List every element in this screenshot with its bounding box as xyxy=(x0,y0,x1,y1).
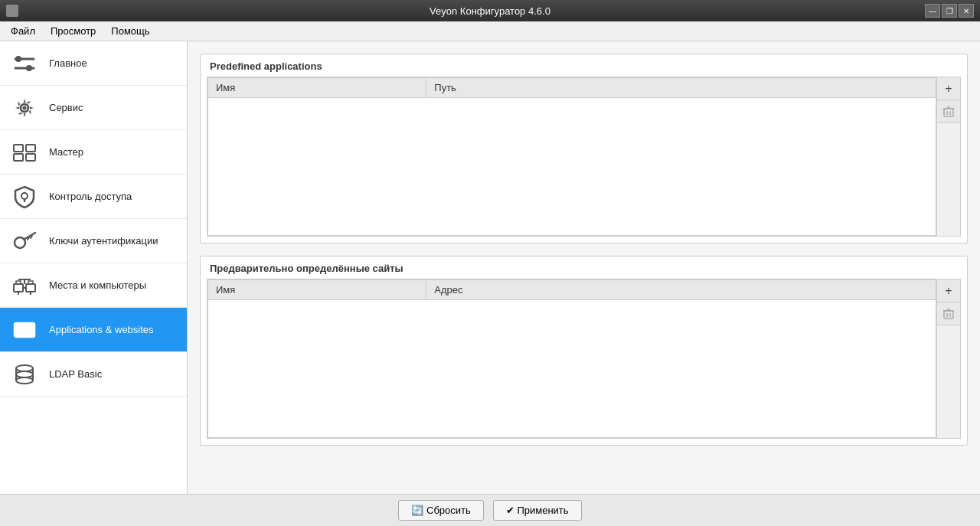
titlebar-left xyxy=(6,5,18,17)
section-title-apps: Predefined applications xyxy=(201,54,967,77)
close-button[interactable]: ✕ xyxy=(959,4,974,18)
apps-table-container: Имя Путь + xyxy=(207,77,961,237)
content-area: Predefined applications Имя Путь xyxy=(188,41,980,494)
apps-table-empty-cell xyxy=(208,98,936,236)
sites-table-empty-cell xyxy=(208,300,936,438)
svg-rect-38 xyxy=(944,109,953,116)
sites-table-empty-row xyxy=(208,300,936,438)
sidebar-item-access-control[interactable]: Контроль доступа xyxy=(0,175,187,219)
sidebar-item-master[interactable]: Мастер xyxy=(0,130,187,175)
sidebar-item-ldap[interactable]: LDAP Basic xyxy=(0,352,187,397)
service-icon xyxy=(11,94,38,122)
locations-icon xyxy=(11,272,38,299)
svg-point-29 xyxy=(21,324,23,326)
minimize-button[interactable]: — xyxy=(925,4,940,18)
sidebar-label-service: Сервис xyxy=(49,102,83,113)
svg-line-14 xyxy=(24,233,36,240)
svg-rect-8 xyxy=(14,154,23,161)
sidebar-item-locations[interactable]: Места и компьютеры xyxy=(0,263,187,308)
sites-col-name: Имя xyxy=(208,280,426,300)
apps-table-wrapper: Имя Путь xyxy=(207,77,936,236)
apps-delete-button[interactable] xyxy=(937,100,960,123)
svg-rect-18 xyxy=(16,281,21,284)
apply-button[interactable]: ✔ Применить xyxy=(493,500,582,521)
menubar: Файл Просмотр Помощь xyxy=(0,21,980,41)
sidebar-label-auth-keys: Ключи аутентификации xyxy=(49,235,158,247)
ldap-icon xyxy=(11,361,38,388)
menu-help[interactable]: Помощь xyxy=(103,22,157,40)
sites-table-body xyxy=(208,300,936,438)
titlebar-title: Veyon Конфигуратор 4.6.0 xyxy=(430,5,550,17)
shield-icon xyxy=(11,183,38,211)
restore-button[interactable]: ❐ xyxy=(942,4,957,18)
section-title-sites: Предварительно определённые сайты xyxy=(201,256,967,279)
master-icon xyxy=(11,139,38,166)
sidebar-item-service[interactable]: Сервис xyxy=(0,86,187,130)
svg-point-33 xyxy=(16,365,33,371)
apps-table-header-row: Имя Путь xyxy=(208,78,936,98)
svg-point-36 xyxy=(16,371,33,377)
svg-rect-43 xyxy=(944,311,953,319)
key-icon xyxy=(11,227,38,255)
apps-add-button[interactable]: + xyxy=(937,77,960,100)
sidebar-label-access-control: Контроль доступа xyxy=(49,191,132,202)
apps-icon xyxy=(11,316,38,344)
svg-rect-21 xyxy=(28,281,33,284)
reset-button[interactable]: 🔄 Сбросить xyxy=(398,500,483,521)
sidebar: Главное Сервис xyxy=(0,41,188,494)
app-icon xyxy=(6,5,18,17)
apps-table: Имя Путь xyxy=(207,77,936,236)
svg-rect-7 xyxy=(14,145,23,152)
svg-point-6 xyxy=(23,106,27,109)
menu-view[interactable]: Просмотр xyxy=(43,22,103,40)
titlebar-controls: — ❐ ✕ xyxy=(925,4,974,18)
sidebar-item-apps[interactable]: Applications & websites xyxy=(0,308,187,352)
svg-point-3 xyxy=(26,65,32,71)
titlebar: Veyon Конфигуратор 4.6.0 — ❐ ✕ xyxy=(0,0,980,21)
section-predefined-apps: Predefined applications Имя Путь xyxy=(200,54,968,243)
sidebar-item-main[interactable]: Главное xyxy=(0,41,187,86)
svg-point-37 xyxy=(16,377,33,384)
bottom-bar: 🔄 Сбросить ✔ Применить xyxy=(0,494,980,526)
svg-point-1 xyxy=(15,56,21,62)
svg-rect-9 xyxy=(26,145,35,152)
main-icon xyxy=(11,50,38,77)
sites-col-address: Адрес xyxy=(426,280,936,300)
apps-col-path: Путь xyxy=(426,78,936,98)
menu-file[interactable]: Файл xyxy=(3,22,43,40)
sites-table-container: Имя Адрес + xyxy=(207,279,961,439)
svg-point-11 xyxy=(21,193,28,199)
sidebar-item-auth-keys[interactable]: Ключи аутентификации xyxy=(0,219,187,263)
svg-point-28 xyxy=(17,324,19,326)
svg-rect-17 xyxy=(14,284,23,292)
sites-table-wrapper: Имя Адрес xyxy=(207,279,936,438)
sites-table-head: Имя Адрес xyxy=(208,280,936,300)
sidebar-label-master: Мастер xyxy=(49,146,83,158)
apps-col-name: Имя xyxy=(208,78,426,98)
apps-table-body xyxy=(208,98,936,236)
svg-point-30 xyxy=(24,324,27,326)
apps-table-head: Имя Путь xyxy=(208,78,936,98)
sidebar-label-main: Главное xyxy=(49,57,87,69)
sites-delete-button[interactable] xyxy=(937,302,960,325)
svg-rect-20 xyxy=(26,284,35,292)
section-predefined-sites: Предварительно определённые сайты Имя Ад… xyxy=(200,256,968,446)
sites-add-button[interactable]: + xyxy=(937,279,960,302)
apps-table-empty-row xyxy=(208,98,936,236)
sites-table-header-row: Имя Адрес xyxy=(208,280,936,300)
sites-table-buttons: + xyxy=(936,279,960,438)
svg-rect-10 xyxy=(26,154,35,161)
sidebar-label-apps: Applications & websites xyxy=(49,324,154,335)
sidebar-label-locations: Места и компьютеры xyxy=(49,279,146,291)
sidebar-label-ldap: LDAP Basic xyxy=(49,368,102,380)
main-layout: Главное Сервис xyxy=(0,41,980,494)
sites-table: Имя Адрес xyxy=(207,279,936,438)
apps-table-buttons: + xyxy=(936,77,960,236)
